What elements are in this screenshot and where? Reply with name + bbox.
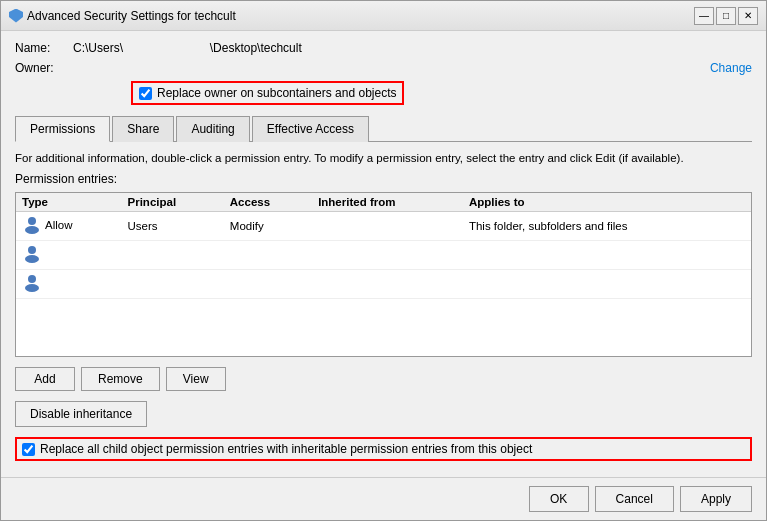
owner-row: Owner: Change (15, 61, 752, 75)
permission-table: Type Principal Access Inherited from App… (16, 193, 751, 299)
replace-owner-checkbox[interactable] (139, 87, 152, 100)
svg-point-5 (25, 284, 39, 292)
table-row[interactable]: Allow Users Modify This folder, subfolde… (16, 212, 751, 241)
tab-effective-access[interactable]: Effective Access (252, 116, 369, 142)
title-bar-controls: — □ ✕ (694, 7, 758, 25)
table-row[interactable] (16, 270, 751, 299)
row-type: Allow (16, 212, 122, 241)
col-access: Access (224, 193, 312, 212)
close-button[interactable]: ✕ (738, 7, 758, 25)
user-icon-3 (22, 273, 42, 293)
col-type: Type (16, 193, 122, 212)
svg-point-2 (28, 246, 36, 254)
disable-inheritance-wrap: Disable inheritance (15, 397, 752, 427)
tab-share[interactable]: Share (112, 116, 174, 142)
replace-owner-label: Replace owner on subcontainers and objec… (157, 86, 396, 100)
replace-child-label: Replace all child object permission entr… (40, 442, 532, 456)
permission-entries-label: Permission entries: (15, 172, 752, 186)
content-area: Name: C:\Users\ \Desktop\techcult Owner:… (1, 31, 766, 477)
title-bar: Advanced Security Settings for techcult … (1, 1, 766, 31)
row-applies-to: This folder, subfolders and files (463, 212, 751, 241)
col-principal: Principal (122, 193, 224, 212)
replace-child-checkbox-row: Replace all child object permission entr… (15, 437, 752, 461)
row-principal: Users (122, 212, 224, 241)
main-window: Advanced Security Settings for techcult … (0, 0, 767, 521)
view-button[interactable]: View (166, 367, 226, 391)
minimize-button[interactable]: — (694, 7, 714, 25)
table-header-row: Type Principal Access Inherited from App… (16, 193, 751, 212)
cancel-button[interactable]: Cancel (595, 486, 674, 512)
name-row: Name: C:\Users\ \Desktop\techcult (15, 41, 752, 55)
change-link[interactable]: Change (710, 61, 752, 75)
tab-bar: Permissions Share Auditing Effective Acc… (15, 115, 752, 142)
table-body: Allow Users Modify This folder, subfolde… (16, 212, 751, 299)
row-access: Modify (224, 212, 312, 241)
add-button[interactable]: Add (15, 367, 75, 391)
svg-point-1 (25, 226, 39, 234)
tab-auditing[interactable]: Auditing (176, 116, 249, 142)
disable-inheritance-button[interactable]: Disable inheritance (15, 401, 147, 427)
ok-button[interactable]: OK (529, 486, 589, 512)
svg-point-3 (25, 255, 39, 263)
name-value: C:\Users\ \Desktop\techcult (73, 41, 752, 55)
apply-button[interactable]: Apply (680, 486, 752, 512)
col-applies-to: Applies to (463, 193, 751, 212)
svg-point-4 (28, 275, 36, 283)
maximize-button[interactable]: □ (716, 7, 736, 25)
replace-owner-wrap: Replace owner on subcontainers and objec… (73, 81, 752, 105)
user-icon-2 (22, 244, 42, 264)
info-text: For additional information, double-click… (15, 152, 752, 164)
window-icon (9, 9, 23, 23)
user-icon-1 (22, 215, 42, 235)
owner-label: Owner: (15, 61, 65, 75)
footer: OK Cancel Apply (1, 477, 766, 520)
svg-point-0 (28, 217, 36, 225)
replace-child-checkbox[interactable] (22, 443, 35, 456)
button-row: Add Remove View (15, 367, 752, 391)
window-title: Advanced Security Settings for techcult (27, 9, 694, 23)
row-inherited-from (312, 212, 463, 241)
replace-owner-checkbox-row: Replace owner on subcontainers and objec… (131, 81, 404, 105)
col-inherited-from: Inherited from (312, 193, 463, 212)
name-label: Name: (15, 41, 65, 55)
remove-button[interactable]: Remove (81, 367, 160, 391)
permission-table-wrap[interactable]: Type Principal Access Inherited from App… (15, 192, 752, 357)
table-row[interactable] (16, 241, 751, 270)
tab-permissions[interactable]: Permissions (15, 116, 110, 142)
